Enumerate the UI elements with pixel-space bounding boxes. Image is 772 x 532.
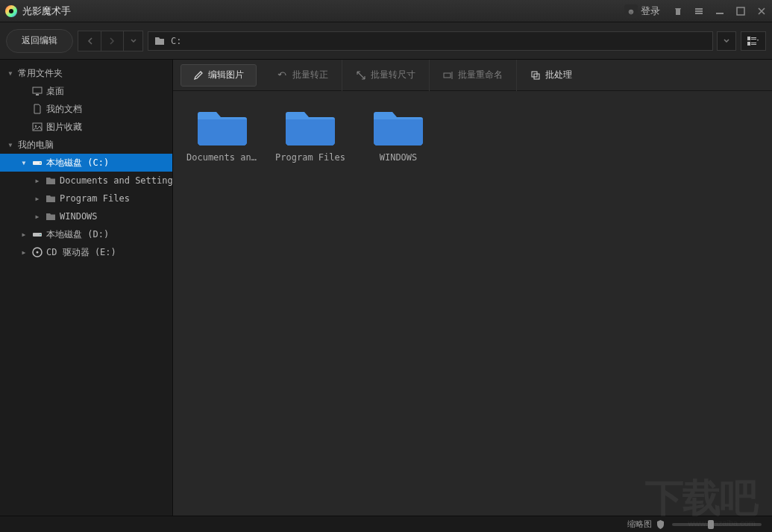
folder-large-icon <box>195 104 249 148</box>
folder-item[interactable]: Documents an... <box>186 104 258 163</box>
drive-e-label: CD 驱动器 (E:) <box>46 246 116 259</box>
expand-icon: ▶ <box>33 176 42 185</box>
nav-toolbar: 返回编辑 C: <box>0 22 772 60</box>
tree-favorites[interactable]: ▼ 常用文件夹 <box>0 64 172 82</box>
c-sub2-label: Program Files <box>60 193 130 204</box>
tree-desktop[interactable]: ▶ 桌面 <box>0 82 172 100</box>
login-button[interactable]: ☻ 登录 <box>617 4 668 18</box>
expand-icon: ▶ <box>33 194 42 203</box>
svg-rect-8 <box>751 37 756 38</box>
expand-icon: ▶ <box>19 230 28 239</box>
folder-icon <box>45 210 57 222</box>
folder-label: Documents an... <box>186 152 258 163</box>
disk-icon <box>31 228 43 240</box>
content-area: 编辑图片 批量转正 批量转尺寸 批量重命名 批处理 <box>173 60 772 516</box>
batch-rename-button[interactable]: 批量重命名 <box>430 60 517 91</box>
cd-icon <box>31 246 43 258</box>
folder-item[interactable]: WINDOWS <box>363 104 434 163</box>
view-mode-button[interactable] <box>741 31 766 51</box>
title-bar: 光影魔术手 ☻ 登录 <box>0 0 772 22</box>
close-button[interactable] <box>751 3 772 19</box>
nav-back-button[interactable] <box>78 31 101 51</box>
collapse-icon: ▼ <box>6 69 15 78</box>
thumbnail-size-slider[interactable] <box>672 523 762 526</box>
drive-d-label: 本地磁盘 (D:) <box>46 228 109 241</box>
folder-icon <box>45 175 57 187</box>
desktop-icon <box>31 85 43 97</box>
folder-item[interactable]: Program Files <box>274 104 346 163</box>
minimize-button[interactable] <box>709 3 730 19</box>
back-to-edit-button[interactable]: 返回编辑 <box>6 29 73 53</box>
computer-label: 我的电脑 <box>18 139 54 151</box>
svg-rect-23 <box>444 73 451 78</box>
folder-label: WINDOWS <box>380 152 418 163</box>
rotate-label: 批量转正 <box>292 69 328 81</box>
documents-label: 我的文档 <box>46 103 82 116</box>
svg-rect-12 <box>751 44 756 45</box>
resize-icon <box>356 70 366 81</box>
svg-rect-14 <box>36 94 39 96</box>
edit-toolbar: 编辑图片 批量转正 批量转尺寸 批量重命名 批处理 <box>173 60 772 91</box>
shield-icon <box>656 520 665 529</box>
path-dropdown-button[interactable] <box>717 31 736 51</box>
rename-label: 批量重命名 <box>458 69 503 81</box>
folder-icon <box>154 37 165 46</box>
tree-drive-c[interactable]: ▼ 本地磁盘 (C:) <box>0 154 172 172</box>
favorites-label: 常用文件夹 <box>18 67 63 80</box>
svg-rect-11 <box>751 43 756 43</box>
thumbnail-label: 缩略图 <box>627 519 652 530</box>
expand-icon: ▶ <box>33 212 42 221</box>
batch-rotate-button[interactable]: 批量转正 <box>264 60 342 91</box>
status-bar: 缩略图 <box>0 516 772 532</box>
document-icon <box>31 103 43 115</box>
disk-icon <box>31 157 43 169</box>
svg-point-16 <box>35 125 37 127</box>
nav-history-dropdown[interactable] <box>123 31 142 51</box>
edit-label: 编辑图片 <box>208 69 244 81</box>
rotate-icon <box>277 70 288 81</box>
path-bar[interactable]: C: <box>148 31 713 51</box>
c-sub3-label: WINDOWS <box>60 211 98 222</box>
tree-c-windows[interactable]: ▶ WINDOWS <box>0 207 172 225</box>
sidebar: ▼ 常用文件夹 ▶ 桌面 ▶ 我的文档 ▶ 图片收藏 ▼ 我的电脑 ▼ 本地磁盘… <box>0 60 173 516</box>
app-title: 光影魔术手 <box>22 4 71 18</box>
svg-rect-5 <box>716 13 724 14</box>
svg-rect-7 <box>747 37 750 40</box>
current-path: C: <box>171 36 181 46</box>
svg-rect-9 <box>751 39 756 40</box>
skin-button[interactable] <box>668 3 688 19</box>
folder-grid: Documents an... Program Files WINDOWS <box>173 91 772 516</box>
drive-c-label: 本地磁盘 (C:) <box>46 157 109 169</box>
rename-icon <box>443 70 454 81</box>
svg-rect-6 <box>737 7 744 15</box>
tree-drive-d[interactable]: ▶ 本地磁盘 (D:) <box>0 225 172 243</box>
batch-process-button[interactable]: 批处理 <box>517 60 586 91</box>
nav-arrow-group <box>78 31 143 51</box>
pencil-icon <box>193 70 204 81</box>
tree-pictures[interactable]: ▶ 图片收藏 <box>0 118 172 136</box>
app-logo-icon <box>4 4 18 18</box>
back-label: 返回编辑 <box>22 34 57 47</box>
svg-rect-3 <box>695 10 703 12</box>
nav-forward-button[interactable] <box>101 31 123 51</box>
user-face-icon: ☻ <box>624 4 638 18</box>
menu-button[interactable] <box>688 3 709 19</box>
batch-icon <box>530 70 541 81</box>
batch-resize-button[interactable]: 批量转尺寸 <box>342 60 430 91</box>
tree-c-program-files[interactable]: ▶ Program Files <box>0 190 172 207</box>
svg-rect-10 <box>747 42 750 46</box>
title-right: ☻ 登录 <box>617 3 772 19</box>
pictures-label: 图片收藏 <box>46 121 82 134</box>
maximize-button[interactable] <box>730 3 751 19</box>
tree-drive-e-cd[interactable]: ▶ CD 驱动器 (E:) <box>0 243 172 261</box>
tree-c-docs-settings[interactable]: ▶ Documents and Settings <box>0 172 172 190</box>
resize-label: 批量转尺寸 <box>371 69 415 81</box>
tree-documents[interactable]: ▶ 我的文档 <box>0 100 172 118</box>
edit-image-button[interactable]: 编辑图片 <box>181 64 257 87</box>
svg-rect-4 <box>695 13 703 14</box>
folder-large-icon <box>283 104 337 148</box>
desktop-label: 桌面 <box>46 85 64 98</box>
folder-icon <box>45 193 57 204</box>
tree-computer[interactable]: ▼ 我的电脑 <box>0 136 172 154</box>
collapse-icon: ▼ <box>6 140 15 149</box>
